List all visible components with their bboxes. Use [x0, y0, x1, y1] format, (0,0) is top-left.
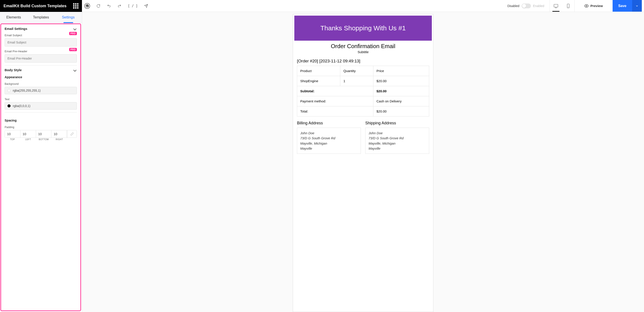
- billing-column: Billing Address John Doe 73/D G South Gr…: [297, 121, 361, 154]
- subsection-spacing: Spacing: [4, 119, 77, 122]
- table-total-row: Total: $20.00: [297, 106, 429, 116]
- background-color-input[interactable]: rgba(255,255,255,1): [4, 87, 77, 94]
- pro-badge: PRO: [69, 32, 77, 35]
- email-title[interactable]: Order Confirmation Email: [294, 43, 432, 50]
- th-quantity: Quantity: [340, 66, 374, 76]
- th-product: Product: [297, 66, 340, 76]
- toggle-enabled-label: Enabled: [533, 4, 544, 8]
- billing-title: Billing Address: [297, 121, 361, 126]
- shipping-title: Shipping Address: [365, 121, 429, 126]
- billing-address-box: John Doe 73/D G South Grove Rd Mayville,…: [297, 128, 361, 154]
- device-desktop-tab[interactable]: [550, 0, 562, 12]
- chevron-down-icon: [73, 27, 76, 30]
- field-label: Email Pre-Header: [4, 50, 77, 53]
- tab-elements[interactable]: Elements: [0, 12, 27, 23]
- sidebar-tabs: Elements Templates Settings: [0, 12, 82, 23]
- padding-top-input[interactable]: [5, 130, 20, 138]
- send-icon[interactable]: [144, 4, 148, 8]
- preview-button[interactable]: Preview: [580, 0, 607, 12]
- section-email-settings: Email Settings Email Subject PRO Email P…: [4, 24, 77, 66]
- order-table[interactable]: Product Quantity Price ShopEngine 1 $20.…: [297, 66, 429, 116]
- device-mobile-tab[interactable]: [562, 0, 574, 12]
- order-meta[interactable]: [Order #20] [2023-11-12 09:49:13]: [294, 58, 432, 66]
- email-subject-input[interactable]: [4, 38, 77, 46]
- apps-grid-icon[interactable]: [73, 3, 78, 8]
- sidebar: EmailKit Build Custom Templates Elements…: [0, 0, 82, 312]
- shipping-column: Shipping Address John Doe 73/D G South G…: [365, 121, 429, 154]
- enable-toggle[interactable]: [522, 4, 531, 8]
- settings-panel: Email Settings Email Subject PRO Email P…: [0, 24, 81, 311]
- padding-left-input[interactable]: [20, 130, 36, 138]
- color-swatch-icon: [8, 89, 10, 92]
- enable-toggle-group: Disabled Enabled: [508, 4, 544, 8]
- main: [ / ] Disabled Enabled: [82, 0, 644, 312]
- table-row: ShopEngine 1 $20.00: [297, 76, 429, 86]
- sidebar-header: EmailKit Build Custom Templates: [0, 0, 82, 12]
- field-email-preheader: Email Pre-Header PRO: [4, 50, 77, 62]
- section-header-body-style[interactable]: Body Style: [4, 68, 77, 72]
- background-color-value: rgba(255,255,255,1): [13, 89, 41, 92]
- th-price: Price: [373, 66, 429, 76]
- save-dropdown-button[interactable]: [632, 0, 642, 12]
- email-subtitle[interactable]: Subtitle: [294, 50, 432, 54]
- shortcode-button[interactable]: [ / ]: [128, 4, 138, 8]
- table-subtotal-row: Subtotal: $20.00: [297, 86, 429, 96]
- section-spacing: Spacing Padding TOP LEFT BOTTOM RIGHT: [4, 112, 77, 143]
- topbar: [ / ] Disabled Enabled: [82, 0, 644, 12]
- toggle-disabled-label: Disabled: [508, 4, 519, 8]
- shipping-address-box: John Doe 73/D G South Grove Rd Mayville,…: [365, 128, 429, 154]
- table-payment-row: Payment method: Cash on Delivery: [297, 96, 429, 106]
- table-header-row: Product Quantity Price: [297, 66, 429, 76]
- section-header-email-settings[interactable]: Email Settings: [4, 27, 77, 30]
- svg-rect-0: [554, 4, 558, 7]
- undo-icon[interactable]: [107, 4, 111, 8]
- padding-axis-labels: TOP LEFT BOTTOM RIGHT: [4, 138, 77, 140]
- pro-badge: PRO: [69, 48, 77, 51]
- section-title: Body Style: [4, 68, 22, 72]
- text-label: Text: [4, 98, 77, 101]
- padding-label: Padding: [4, 126, 77, 129]
- tab-templates[interactable]: Templates: [27, 12, 54, 23]
- email-frame[interactable]: Thanks Shopping With Us #1 Order Confirm…: [293, 14, 433, 312]
- save-button-group: Save: [612, 0, 642, 12]
- section-body-style: Body Style Appearance Background rgba(25…: [4, 66, 77, 112]
- link-values-button[interactable]: [67, 130, 77, 138]
- preview-label: Preview: [590, 4, 603, 8]
- section-title: Email Settings: [4, 27, 27, 30]
- wordpress-icon[interactable]: [84, 3, 90, 9]
- svg-rect-1: [567, 4, 569, 8]
- field-label: Email Subject: [4, 34, 77, 37]
- svg-point-2: [586, 5, 587, 6]
- text-color-value: rgba(0,0,0,1): [13, 104, 30, 108]
- refresh-icon[interactable]: [96, 4, 100, 8]
- color-swatch-icon: [8, 104, 10, 108]
- device-tabs: [550, 0, 574, 12]
- padding-inputs: [4, 130, 77, 138]
- app-title: EmailKit Build Custom Templates: [4, 4, 66, 8]
- email-hero[interactable]: Thanks Shopping With Us #1: [294, 16, 432, 41]
- save-button[interactable]: Save: [612, 0, 632, 12]
- text-color-input[interactable]: rgba(0,0,0,1): [4, 102, 77, 110]
- subsection-appearance: Appearance: [4, 75, 77, 79]
- redo-icon[interactable]: [117, 4, 122, 8]
- chevron-down-icon: [73, 68, 76, 72]
- email-preheader-input[interactable]: [4, 54, 77, 62]
- canvas-area[interactable]: Thanks Shopping With Us #1 Order Confirm…: [82, 12, 644, 312]
- tab-settings[interactable]: Settings: [55, 12, 82, 23]
- field-email-subject: Email Subject PRO: [4, 34, 77, 46]
- padding-right-input[interactable]: [52, 130, 67, 138]
- background-label: Background: [4, 82, 77, 86]
- padding-bottom-input[interactable]: [36, 130, 52, 138]
- address-row[interactable]: Billing Address John Doe 73/D G South Gr…: [294, 121, 432, 154]
